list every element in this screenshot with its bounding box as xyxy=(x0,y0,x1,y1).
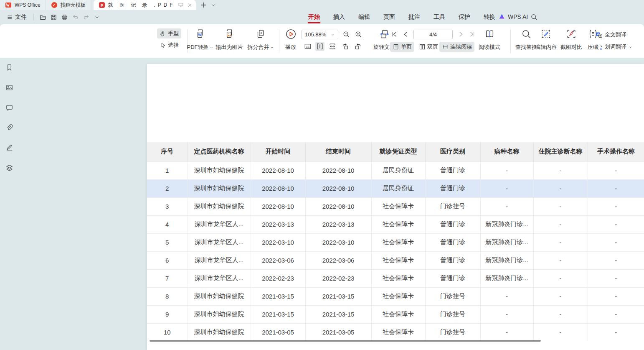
pdf-convert-icon: W xyxy=(195,28,205,39)
column-header: 手术操作名称 xyxy=(588,142,644,161)
divider xyxy=(33,14,34,20)
table-cell: 2022-08-10 xyxy=(305,197,371,215)
read-mode-button[interactable]: 阅读模式 xyxy=(477,24,502,54)
chevron-down-icon xyxy=(629,45,632,49)
pdf-logo-icon: P xyxy=(99,2,105,8)
table-cell: 2021-03-05 xyxy=(251,323,305,341)
table-cell: 普通门诊 xyxy=(425,251,480,269)
zoom-out-button[interactable] xyxy=(342,30,351,39)
column-header: 医疗类别 xyxy=(425,142,480,161)
table-cell: 2022-03-06 xyxy=(251,251,305,269)
table-cell: 深圳市妇幼保健院 xyxy=(188,305,251,323)
zoom-in-button[interactable] xyxy=(354,30,363,39)
table-cell: - xyxy=(588,287,644,305)
zoom-level-value: 105.88% xyxy=(305,31,326,38)
redo-button[interactable] xyxy=(81,12,91,22)
table-cell: 门诊挂号 xyxy=(425,287,480,305)
menu-item[interactable]: 批注 xyxy=(408,11,421,23)
new-tab-icon[interactable] xyxy=(200,2,207,8)
menu-item[interactable]: 插入 xyxy=(333,11,345,23)
column-header: 就诊凭证类型 xyxy=(371,142,425,161)
hand-icon xyxy=(160,31,166,37)
table-cell: 深圳市龙华区人... xyxy=(188,233,251,251)
menu-item[interactable]: 编辑 xyxy=(358,11,370,23)
menu-item[interactable]: 工具 xyxy=(433,11,446,23)
actual-size-button[interactable]: 1:1 xyxy=(303,42,312,51)
tab-wps-office[interactable]: WPS Office xyxy=(0,0,46,10)
play-button[interactable]: 播放 xyxy=(281,24,300,54)
fit-width-button[interactable] xyxy=(328,42,337,51)
comment-icon[interactable] xyxy=(4,102,15,113)
tab-label: 就 医 记 录 .PDF xyxy=(108,2,175,9)
single-page-button[interactable]: 单页 xyxy=(390,42,414,52)
table-cell: 2022-02-23 xyxy=(251,269,305,287)
table-cell: - xyxy=(480,161,533,179)
display-icon[interactable] xyxy=(178,2,184,8)
rotate-right-button[interactable] xyxy=(353,42,363,51)
layers-icon[interactable] xyxy=(4,162,15,173)
table-cell: 2021-03-15 xyxy=(305,305,371,323)
table-cell: 居民身份证 xyxy=(371,179,425,197)
print-button[interactable] xyxy=(59,12,69,22)
tab-medical-record-pdf[interactable]: P 就 医 记 录 .PDF xyxy=(94,0,196,10)
wps-ai-button[interactable]: WPS AI xyxy=(499,13,528,20)
table-cell: 社会保障卡 xyxy=(371,215,425,233)
undo-button[interactable] xyxy=(70,12,80,22)
table-cell: 社会保障卡 xyxy=(371,287,425,305)
divider xyxy=(279,29,279,53)
quick-access-chevron-icon[interactable] xyxy=(92,12,102,22)
page-number-input[interactable] xyxy=(413,30,453,39)
menu-item[interactable]: 页面 xyxy=(383,11,396,23)
pdf-convert-button[interactable]: W PDF转换 xyxy=(187,24,213,54)
bookmark-icon[interactable] xyxy=(4,62,15,73)
table-cell: 深圳市龙华区人... xyxy=(188,269,251,287)
attachment-icon[interactable] xyxy=(4,122,15,133)
menu-item[interactable]: 转换 xyxy=(483,11,496,23)
select-tool-button[interactable]: 选择 xyxy=(157,40,181,50)
svg-text:W: W xyxy=(198,33,202,37)
zoom-level-dropdown[interactable]: 105.88% xyxy=(302,30,338,39)
menu-search-icon[interactable] xyxy=(530,13,538,20)
export-image-button[interactable]: 输出为图片 xyxy=(215,24,244,54)
close-tab-icon[interactable] xyxy=(187,3,193,8)
table-row: 1深圳市妇幼保健院2022-08-102022-08-10居民身份证普通门诊--… xyxy=(147,161,644,179)
file-menu-button[interactable]: 文件 xyxy=(3,12,30,22)
first-page-button[interactable] xyxy=(390,30,399,39)
save-button[interactable] xyxy=(48,12,58,22)
table-cell: - xyxy=(588,305,644,323)
hand-tool-button[interactable]: 手型 xyxy=(157,28,181,38)
table-cell: 1 xyxy=(147,161,188,179)
split-merge-label: 拆分合并 xyxy=(248,43,269,51)
full-translate-button[interactable]: A 全文翻译 xyxy=(595,30,627,40)
continuous-read-button[interactable]: 连续阅读 xyxy=(439,42,474,52)
tab-list-chevron-icon[interactable] xyxy=(211,3,216,8)
fit-page-button[interactable] xyxy=(315,42,325,51)
table-cell: - xyxy=(480,323,533,341)
ribbon-toolbar: 手型 选择 W PDF转换 输出为图片 拆分合并 xyxy=(0,24,644,58)
signature-pen-icon[interactable] xyxy=(4,142,15,153)
tab-docer-templates[interactable]: 找稻壳模板 xyxy=(46,0,91,10)
last-page-button[interactable] xyxy=(468,30,477,39)
screenshot-compare-button[interactable]: 截图对比 xyxy=(559,24,584,54)
menu-item[interactable]: 保护 xyxy=(458,11,471,23)
main-menu: 开始插入编辑页面批注工具保护转换 xyxy=(308,10,496,24)
rotate-left-button[interactable] xyxy=(341,42,350,51)
open-file-button[interactable] xyxy=(38,12,48,22)
table-cell: 普通门诊 xyxy=(425,215,480,233)
split-merge-icon xyxy=(255,28,266,39)
menu-item[interactable]: 开始 xyxy=(308,11,320,23)
screenshot-compare-label: 截图对比 xyxy=(560,43,582,51)
table-cell: 普通门诊 xyxy=(425,233,480,251)
table-cell: - xyxy=(588,197,644,215)
continuous-read-label: 连续阅读 xyxy=(450,43,472,51)
word-translate-button[interactable]: 文A 划词翻译 xyxy=(595,42,633,52)
next-page-button[interactable] xyxy=(456,30,466,39)
wps-logo-icon xyxy=(5,2,12,8)
thumbnail-icon[interactable] xyxy=(4,82,15,93)
horizontal-scrollbar[interactable] xyxy=(150,340,541,342)
split-merge-button[interactable]: 拆分合并 xyxy=(246,24,276,54)
edit-content-button[interactable]: 编辑内容 xyxy=(533,24,559,54)
previous-page-button[interactable] xyxy=(401,30,410,39)
table-cell: 2022-08-10 xyxy=(251,197,305,215)
single-page-icon xyxy=(393,43,399,50)
